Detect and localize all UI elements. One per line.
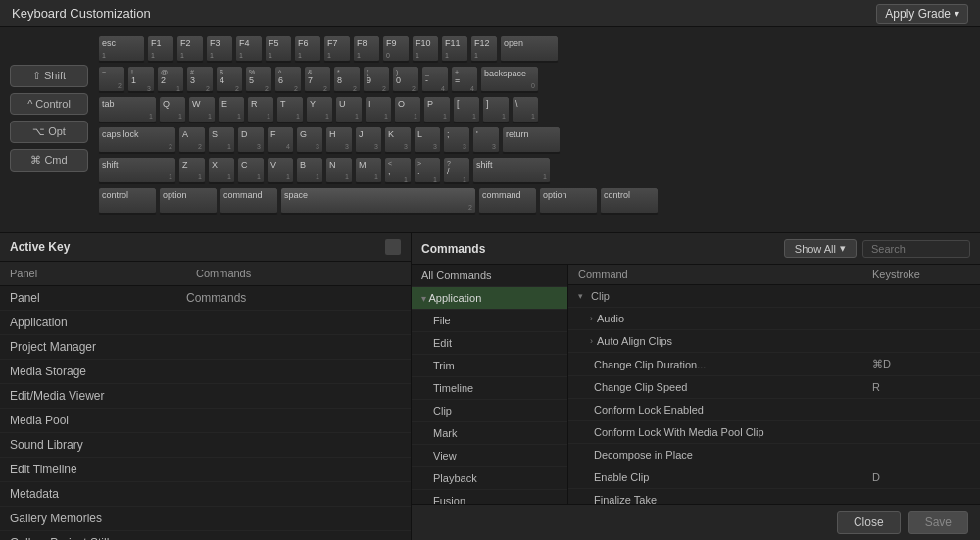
key-f12[interactable]: F121 [470,35,498,63]
cmd-left-item[interactable]: ▾ Application [412,287,567,310]
key-j[interactable]: J3 [355,126,382,154]
key-f4[interactable]: F41 [235,35,263,63]
key-tab[interactable]: tab1 [98,96,157,123]
key-f11[interactable]: F111 [441,35,468,63]
key-slash[interactable]: ?/1 [443,157,470,184]
key-quote[interactable]: '3 [472,126,500,154]
key-y[interactable]: Y1 [306,96,333,123]
key-9[interactable]: (92 [363,66,390,93]
key-2[interactable]: @21 [157,66,184,93]
apply-grade-button[interactable]: Apply Grade ▾ [876,4,968,24]
key-r[interactable]: R1 [247,96,274,123]
key-n[interactable]: N1 [325,157,353,184]
cmd-right-item[interactable]: Change Clip SpeedR [568,376,980,399]
key-0[interactable]: )02 [392,66,419,93]
key-m[interactable]: M1 [355,157,382,184]
search-input[interactable] [862,240,970,258]
key-b[interactable]: B1 [296,157,323,184]
active-key-list-item[interactable]: Project Manager [0,335,411,360]
key-v[interactable]: V1 [267,157,294,184]
key-d[interactable]: D3 [237,126,265,154]
key-p[interactable]: P1 [423,96,451,123]
key-f6[interactable]: F61 [294,35,321,63]
key-lshift[interactable]: shift1 [98,157,176,184]
cmd-left-item[interactable]: All Commands [412,265,567,287]
key-backslash[interactable]: \1 [512,96,539,123]
key-i[interactable]: I1 [365,96,392,123]
cmd-left-item[interactable]: Timeline [412,377,567,400]
cmd-right-item[interactable]: Change Clip Duration...⌘D [568,353,980,376]
key-u[interactable]: U1 [335,96,363,123]
cmd-right-item[interactable]: Conform Lock With Media Pool Clip [568,421,980,444]
active-key-list-item[interactable]: Sound Library [0,433,411,458]
key-8[interactable]: *82 [333,66,361,93]
key-esc[interactable]: esc1 [98,35,145,63]
key-l[interactable]: L3 [414,126,441,154]
cmd-subgroup-item[interactable]: ›Auto Align Clips [568,330,980,353]
key-equals[interactable]: +=4 [451,66,478,93]
cmd-right-item[interactable]: Decompose in Place [568,444,980,466]
active-key-list-item[interactable]: Application [0,311,411,335]
show-all-button[interactable]: Show All ▾ [784,239,857,258]
cmd-right-item[interactable]: Conform Lock Enabled [568,399,980,421]
active-key-list-item[interactable]: Edit/Media Viewer [0,384,411,409]
key-x[interactable]: X1 [208,157,235,184]
cmd-left-item[interactable]: Edit [412,332,567,355]
opt-modifier[interactable]: ⌥ Opt [10,121,88,143]
cmd-modifier[interactable]: ⌘ Cmd [10,149,88,172]
key-lbracket[interactable]: [1 [453,96,480,123]
cmd-left-item[interactable]: Playback [412,467,567,490]
cmd-right-item[interactable]: Enable ClipD [568,466,980,489]
cmd-left-item[interactable]: Trim [412,355,567,377]
cmd-left-item[interactable]: Clip [412,400,567,422]
cmd-subgroup-item[interactable]: ›Audio [568,308,980,330]
key-4[interactable]: $42 [216,66,243,93]
cmd-left-item[interactable]: View [412,445,567,467]
active-key-list-item[interactable]: Gallery Project Stills [0,531,411,540]
save-button[interactable]: Save [908,511,968,534]
key-option[interactable]: option [159,187,218,215]
key-z[interactable]: Z1 [178,157,206,184]
key-3[interactable]: #32 [186,66,214,93]
active-key-list-item[interactable]: Gallery Memories [0,507,411,531]
key-capslock[interactable]: caps lock2 [98,126,176,154]
key-w[interactable]: W1 [188,96,216,123]
key-s[interactable]: S1 [208,126,235,154]
key-t[interactable]: T1 [276,96,304,123]
close-button[interactable]: Close [837,511,901,534]
key-h[interactable]: H3 [325,126,353,154]
key-minus[interactable]: _-4 [421,66,449,93]
key-5[interactable]: %52 [245,66,272,93]
key-q[interactable]: Q1 [159,96,186,123]
cmd-left-item[interactable]: Mark [412,422,567,445]
key-k[interactable]: K3 [384,126,412,154]
key-period[interactable]: >.1 [414,157,441,184]
key-f2[interactable]: F21 [176,35,204,63]
key-f10[interactable]: F101 [412,35,439,63]
key-f[interactable]: F4 [267,126,294,154]
active-key-list-item[interactable]: Media Storage [0,360,411,384]
key-f7[interactable]: F71 [323,35,351,63]
key-f5[interactable]: F51 [265,35,292,63]
active-key-list-item[interactable]: Panel Commands [0,286,411,311]
key-option-r[interactable]: option [539,187,598,215]
cmd-group-header[interactable]: ▾Clip [568,285,980,308]
key-o[interactable]: O1 [394,96,421,123]
key-6[interactable]: ^62 [274,66,302,93]
key-command-l[interactable]: command [220,187,278,215]
shift-modifier[interactable]: ⇧ Shift [10,65,88,87]
key-f1[interactable]: F11 [147,35,174,63]
key-space[interactable]: space2 [280,187,476,215]
key-f9[interactable]: F90 [382,35,410,63]
key-f8[interactable]: F81 [353,35,380,63]
key-rbracket[interactable]: ]1 [482,96,510,123]
key-semicolon[interactable]: ;3 [443,126,470,154]
key-c[interactable]: C1 [237,157,265,184]
active-key-list-item[interactable]: Media Pool [0,409,411,433]
key-a[interactable]: A2 [178,126,206,154]
key-backspace[interactable]: backspace0 [480,66,539,93]
key-f3[interactable]: F31 [206,35,233,63]
key-command-r[interactable]: command [478,187,537,215]
active-key-list-item[interactable]: Edit Timeline [0,458,411,482]
key-control-r[interactable]: control [600,187,659,215]
